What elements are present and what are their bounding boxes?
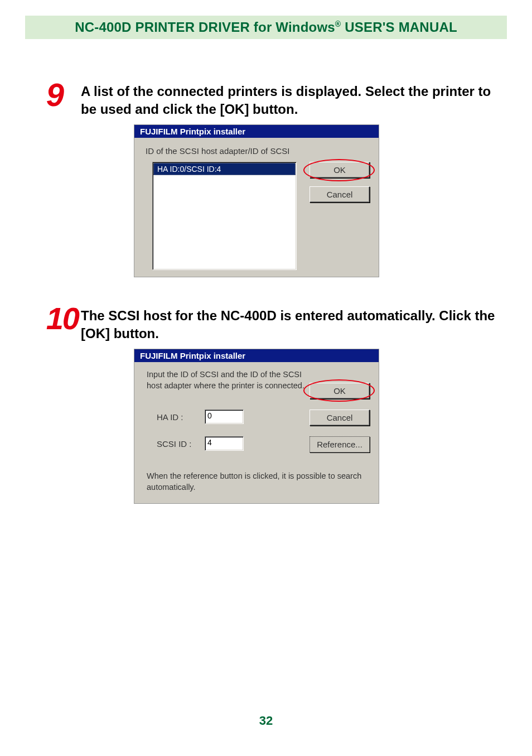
ha-id-label: HA ID : xyxy=(157,412,205,422)
cancel-button[interactable]: Cancel xyxy=(309,410,370,426)
scsi-listbox[interactable]: HA ID:0/SCSI ID:4 xyxy=(152,162,297,270)
ok-button[interactable]: OK xyxy=(309,383,370,399)
reference-footer-text: When the reference button is clicked, it… xyxy=(147,471,367,493)
step-9-text: A list of the connected printers is disp… xyxy=(81,83,501,118)
input-prompt: Input the ID of SCSI and the ID of the S… xyxy=(147,369,308,391)
ok-button[interactable]: OK xyxy=(309,162,370,178)
registered-mark: ® xyxy=(335,20,341,28)
window-title-bar: FUJIFILM Printpix installer xyxy=(134,125,379,138)
step-9-number: 9 xyxy=(25,76,64,113)
installer-input-window: FUJIFILM Printpix installer Input the ID… xyxy=(134,349,379,504)
title-a: NC-400D PRINTER DRIVER for Windows xyxy=(75,20,335,35)
window-title-bar: FUJIFILM Printpix installer xyxy=(134,349,379,362)
step-10-text: The SCSI host for the NC-400D is entered… xyxy=(81,307,507,342)
scsi-id-input[interactable]: 4 xyxy=(205,436,244,451)
list-prompt: ID of the SCSI host adapter/ID of SCSI xyxy=(146,146,289,156)
step-10-number: 10 xyxy=(25,300,79,336)
installer-list-window: FUJIFILM Printpix installer ID of the SC… xyxy=(134,124,379,277)
ha-id-input[interactable]: 0 xyxy=(205,410,244,424)
page-number: 32 xyxy=(0,714,532,728)
cancel-button[interactable]: Cancel xyxy=(309,186,370,203)
scsi-list-item-selected[interactable]: HA ID:0/SCSI ID:4 xyxy=(153,163,296,175)
title-b: USER'S MANUAL xyxy=(341,20,457,35)
scsi-id-label: SCSI ID : xyxy=(157,439,205,449)
ha-id-row: HA ID : 0 xyxy=(157,410,244,424)
manual-header: NC-400D PRINTER DRIVER for Windows® USER… xyxy=(25,16,507,39)
reference-button[interactable]: Reference... xyxy=(309,436,370,452)
manual-title: NC-400D PRINTER DRIVER for Windows® USER… xyxy=(75,20,457,35)
scsi-id-row: SCSI ID : 4 xyxy=(157,436,244,451)
